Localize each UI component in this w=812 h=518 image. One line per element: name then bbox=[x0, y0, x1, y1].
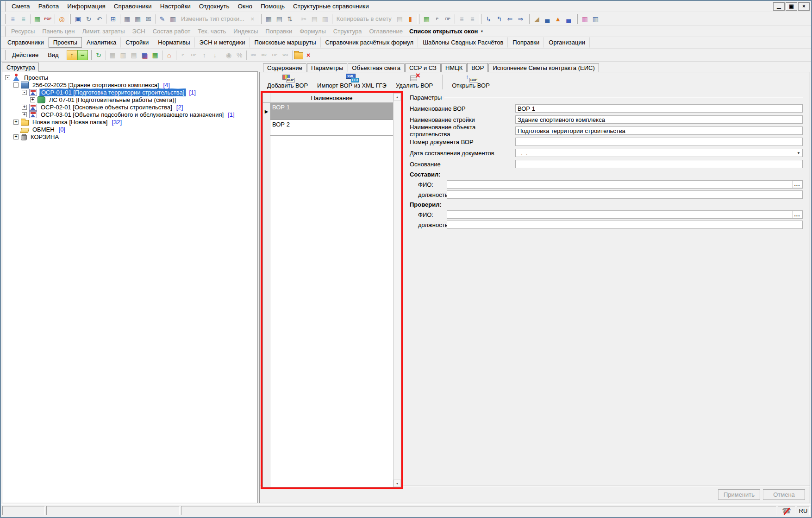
norm-base-icon[interactable]: ▦ bbox=[421, 14, 432, 24]
tree-item-label[interactable]: ОСР-02-01 [Основные объекты строительств… bbox=[39, 104, 174, 111]
scroll-down-icon[interactable]: ▼ bbox=[394, 480, 401, 487]
object-name-field[interactable]: Подготовка территории строительства bbox=[515, 126, 803, 135]
toolbar-popravki[interactable]: Поправки bbox=[262, 27, 296, 36]
proveril-fio-browse-button[interactable]: ... bbox=[792, 211, 802, 218]
tab-poiskovye-marshruty[interactable]: Поисковые маршруты bbox=[250, 37, 320, 48]
menu-nastroyki[interactable]: Настройки bbox=[156, 1, 195, 11]
copy-to-estimate-icon[interactable]: ▤ bbox=[394, 14, 405, 24]
menu-spravochniki[interactable]: Справочники bbox=[110, 1, 156, 11]
menu-okno[interactable]: Окно bbox=[234, 1, 256, 11]
tab-ssr-i-sz[interactable]: ССР и СЗ bbox=[405, 63, 441, 72]
search-icon[interactable]: ◎ bbox=[56, 14, 67, 24]
tree-item-label[interactable]: ОСР-01-01 [Подготовка территории строите… bbox=[39, 88, 186, 96]
toolbar-resursy[interactable]: Ресурсы bbox=[7, 27, 38, 36]
level-down-icon[interactable]: ↳ bbox=[483, 14, 494, 24]
undo-icon[interactable]: ↶ bbox=[94, 14, 105, 24]
resource-calc-icon[interactable]: ▦ bbox=[263, 14, 274, 24]
close-button[interactable]: × bbox=[798, 2, 810, 11]
tab-nmck[interactable]: НМЦК bbox=[441, 63, 467, 72]
excel-export-icon[interactable]: ▦ bbox=[32, 14, 43, 24]
menu-pomosch[interactable]: Помощь bbox=[256, 1, 289, 11]
move-down-icon[interactable]: ↓ bbox=[210, 50, 220, 60]
tree-expander-icon[interactable]: + bbox=[22, 112, 27, 117]
tree-item-korzina[interactable]: + КОРЗИНА bbox=[3, 133, 256, 140]
tab-analitika[interactable]: Аналитика bbox=[82, 37, 121, 48]
vor-name-field[interactable]: ВОР 1 bbox=[515, 104, 803, 113]
folder-up-icon[interactable]: ↑ bbox=[67, 50, 77, 60]
restore-button[interactable]: ▣ bbox=[786, 2, 797, 11]
document-icon[interactable]: ▤ bbox=[274, 14, 285, 24]
language-indicator[interactable]: RU bbox=[797, 506, 810, 515]
toolbar-panel-cen[interactable]: Панель цен bbox=[38, 27, 78, 36]
delete-vor-button[interactable]: Удалить ВОР bbox=[391, 74, 437, 89]
toolbar-teh-chast[interactable]: Тех. часть bbox=[194, 27, 230, 36]
badge-fz-icon[interactable]: ФЗ bbox=[280, 50, 291, 60]
tree-item-label[interactable]: ЛС 07-01 [Подготовительные работы (смета… bbox=[48, 96, 177, 103]
clear-row-type-icon[interactable]: × bbox=[247, 14, 258, 24]
toolbar-limit-zatraty[interactable]: Лимит. затраты bbox=[79, 27, 129, 36]
move-up-icon[interactable]: ↑ bbox=[199, 50, 210, 60]
paste-to-estimate-icon[interactable]: ▮ bbox=[405, 14, 416, 24]
scroll-up-icon[interactable]: ▲ bbox=[394, 93, 401, 101]
toolbar-indeksy[interactable]: Индексы bbox=[230, 27, 262, 36]
tree-item-osr-01-01[interactable]: - ОСР-01-01 [Подготовка территории строи… bbox=[3, 88, 256, 96]
minimize-button[interactable]: ▁ bbox=[773, 2, 785, 11]
tree-expander-icon[interactable]: - bbox=[13, 82, 19, 88]
object-home-icon[interactable]: ⌂ bbox=[164, 50, 175, 60]
doc-pr2-icon[interactable]: ПР bbox=[188, 50, 199, 60]
collapse-all-icon[interactable]: − bbox=[77, 50, 88, 60]
tree-item-label[interactable]: ОБМЕН bbox=[31, 126, 56, 133]
tree-item-label[interactable]: ОСР-03-01 [Объекты подсобного и обслужив… bbox=[39, 111, 225, 118]
toolbar-esn[interactable]: ЭСН bbox=[129, 27, 149, 36]
row-structure-icon[interactable]: ▥ bbox=[168, 14, 178, 24]
materials-icon[interactable]: ▲ bbox=[553, 14, 563, 24]
toolbar-oglavlenie[interactable]: Оглавление bbox=[366, 27, 406, 36]
doc-p-icon[interactable]: Р bbox=[432, 14, 443, 24]
badge-pr-icon[interactable]: ПР bbox=[269, 50, 280, 60]
menu-otdohnut[interactable]: Отдохнуть bbox=[195, 1, 234, 11]
tab-soderzhanie[interactable]: Содержание bbox=[263, 63, 306, 72]
badge-m2-icon[interactable]: М2 bbox=[259, 50, 269, 60]
methodics-book-icon[interactable]: ▦ bbox=[150, 50, 161, 60]
tree-item-label[interactable]: 256-02-2025 [Здание спортивного комплекс… bbox=[31, 82, 160, 88]
tab-parametry[interactable]: Параметры bbox=[307, 63, 347, 72]
tree-item-label[interactable]: Проекты bbox=[23, 74, 50, 81]
tab-organizatsii[interactable]: Организации bbox=[544, 37, 590, 48]
proveril-fio-field[interactable]: ... bbox=[447, 210, 803, 219]
tab-spravochnik-raschetnyh-formul[interactable]: Справочник расчётных формул bbox=[321, 37, 418, 48]
cut-icon[interactable]: ✂ bbox=[299, 14, 309, 24]
tree-item-label[interactable]: КОРЗИНА bbox=[29, 133, 60, 140]
books-blue-icon[interactable]: ▥ bbox=[590, 14, 601, 24]
date-dropdown-icon[interactable]: ▼ bbox=[795, 149, 802, 157]
apply-button[interactable]: Применить bbox=[718, 489, 760, 500]
tab-shablony-svodnyh-raschetov[interactable]: Шаблоны Сводных Расчётов bbox=[418, 37, 508, 48]
vor-row-name[interactable]: ВОР 1 bbox=[270, 103, 393, 120]
structure-panel-icon[interactable]: ≡ bbox=[7, 14, 18, 24]
contractors-icon[interactable]: ◉ bbox=[224, 50, 234, 60]
tree-item-256-02-2025[interactable]: - 256-02-2025 [Здание спортивного компле… bbox=[3, 81, 256, 88]
tree-expander-icon[interactable]: - bbox=[22, 90, 27, 95]
save-icon[interactable]: ▣ bbox=[73, 14, 83, 24]
machines-icon[interactable]: ▄ bbox=[542, 14, 553, 24]
insert-estimate-icon[interactable]: ▦ bbox=[132, 14, 143, 24]
menu-rabota[interactable]: Работа bbox=[34, 1, 63, 11]
copy-icon[interactable]: ▤ bbox=[309, 14, 320, 24]
sostavil-fio-browse-button[interactable]: ... bbox=[792, 181, 802, 188]
refresh-icon[interactable]: ↻ bbox=[83, 14, 94, 24]
tab-vor[interactable]: ВОР bbox=[467, 63, 488, 72]
column-header-naimenovanie[interactable]: Наименование bbox=[270, 93, 393, 103]
add-vor-button[interactable]: Добавить ВОР bbox=[262, 74, 312, 89]
open-windows-button[interactable]: Список открытых окон bbox=[406, 27, 486, 36]
toolbar-formuly[interactable]: Формулы bbox=[296, 27, 330, 36]
books-pink-icon[interactable]: ▥ bbox=[580, 14, 590, 24]
tree-item-osr-03-01[interactable]: + ОСР-03-01 [Объекты подсобного и обслуж… bbox=[3, 111, 256, 118]
badge-00-icon[interactable]: 0/0 bbox=[248, 50, 259, 60]
tab-stroyki[interactable]: Стройки bbox=[121, 37, 153, 48]
level-right-icon[interactable]: ⇒ bbox=[515, 14, 526, 24]
sostavil-dolzhnost-field[interactable] bbox=[447, 190, 803, 199]
vor-list-scrollbar[interactable]: ▲ ▼ bbox=[393, 93, 401, 487]
row-list-remove-icon[interactable]: ≡ bbox=[467, 14, 478, 24]
delete-node-icon[interactable]: × bbox=[303, 50, 314, 60]
open-vor-button[interactable]: Открыть ВОР bbox=[447, 74, 494, 89]
import-vor-button[interactable]: Импорт ВОР из XML ГГЭ bbox=[312, 74, 391, 89]
